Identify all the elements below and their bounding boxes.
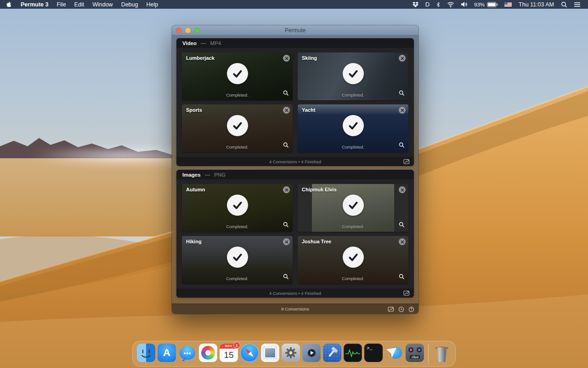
preview-magnifier-icon[interactable]: [399, 221, 405, 230]
apple-menu-icon[interactable]: [0, 1, 17, 8]
card-status: Completed.: [298, 144, 408, 150]
completed-check-icon: [227, 63, 248, 84]
card-title: Autumn: [186, 187, 205, 192]
preview-magnifier-icon[interactable]: [399, 90, 405, 98]
dock-finder-icon[interactable]: [137, 344, 155, 364]
dock-terminal-icon[interactable]: >_: [364, 344, 383, 364]
completed-check-icon: [227, 195, 248, 216]
conversion-card-sports[interactable]: Sports Completed.: [182, 104, 293, 152]
card-title: Lumberjack: [186, 55, 215, 61]
remove-item-icon[interactable]: [399, 55, 406, 62]
dock-app-store-icon[interactable]: A: [158, 344, 176, 364]
preview-magnifier-icon[interactable]: [399, 142, 405, 150]
dropbox-icon[interactable]: [409, 0, 422, 9]
preview-magnifier-icon[interactable]: [283, 142, 289, 150]
notification-center-icon[interactable]: [571, 0, 585, 9]
card-status: Completed.: [298, 224, 408, 229]
remove-item-icon[interactable]: [399, 238, 406, 245]
d-app-icon[interactable]: D: [422, 0, 433, 9]
card-title: Hiking: [186, 239, 202, 244]
group-video: Video — MP4 Lumberjack Completed. Skiing: [176, 38, 414, 166]
completed-check-icon: [343, 247, 364, 268]
group-video-footer: 4 Conversions • 4 Finished: [176, 157, 414, 166]
group-format[interactable]: MP4: [210, 40, 221, 46]
menu-app-name[interactable]: Permute 3: [17, 0, 52, 9]
menu-window[interactable]: Window: [88, 0, 117, 9]
image-format-icon[interactable]: [388, 306, 394, 314]
desktop: Permute 3 File Edit Window Debug Help D …: [0, 0, 588, 368]
permute-window: Permute Video — MP4 Lumberjack Completed…: [172, 25, 418, 314]
group-dash: —: [205, 172, 210, 178]
menu-edit[interactable]: Edit: [70, 0, 89, 9]
dock-quicktime-player-icon[interactable]: [302, 344, 321, 364]
preview-magnifier-icon[interactable]: [283, 273, 289, 282]
image-format-icon[interactable]: [403, 158, 410, 166]
dock-photos-icon[interactable]: [199, 344, 217, 364]
running-indicator: [414, 363, 416, 365]
calendar-badge: 1: [233, 342, 240, 349]
conversion-card-hiking[interactable]: Hiking Completed.: [182, 236, 293, 284]
battery-percent: 93%: [471, 0, 486, 9]
group-images-footer: 4 Conversions • 4 Finished: [176, 288, 414, 298]
conversion-card-yacht[interactable]: Yacht Completed.: [298, 104, 408, 152]
menu-debug[interactable]: Debug: [117, 0, 142, 9]
card-title: Joshua Tree: [302, 239, 331, 244]
dock-activity-monitor-icon[interactable]: [344, 344, 362, 364]
history-icon[interactable]: [398, 306, 404, 314]
remove-item-icon[interactable]: [283, 186, 290, 193]
help-icon[interactable]: [408, 306, 414, 314]
dock-calendar-icon[interactable]: NOV 15 1: [220, 344, 238, 364]
preview-magnifier-icon[interactable]: [283, 221, 289, 230]
menu-help[interactable]: Help: [142, 0, 162, 9]
dock-xcode-icon[interactable]: [323, 344, 341, 364]
image-format-icon[interactable]: [403, 290, 410, 298]
preview-magnifier-icon[interactable]: [283, 90, 289, 98]
input-flag-icon[interactable]: [501, 0, 515, 9]
completed-check-icon: [227, 115, 248, 136]
card-title: Yacht: [302, 107, 315, 113]
group-format[interactable]: PNG: [214, 172, 226, 178]
menu-clock[interactable]: Thu 11:03 AM: [515, 1, 558, 8]
dock-safari-icon[interactable]: [240, 344, 259, 364]
dock-messages-icon[interactable]: •••: [178, 344, 197, 364]
remove-item-icon[interactable]: [283, 238, 290, 245]
dock-downie-icon[interactable]: [385, 344, 403, 364]
dock-permute-icon[interactable]: [406, 344, 424, 364]
card-title: Skiing: [302, 55, 317, 61]
conversion-card-lumberjack[interactable]: Lumberjack Completed.: [182, 52, 293, 100]
conversion-card-joshua-tree[interactable]: Joshua Tree Completed.: [298, 236, 408, 284]
group-name: Images: [182, 172, 201, 178]
group-footer-summary: 4 Conversions • 4 Finished: [269, 291, 321, 296]
completed-check-icon: [343, 195, 364, 216]
wifi-icon[interactable]: [444, 0, 458, 9]
dock-mail-icon[interactable]: [261, 344, 279, 364]
conversion-card-autumn[interactable]: Autumn Completed.: [182, 184, 293, 232]
completed-check-icon: [343, 63, 364, 84]
group-video-header[interactable]: Video — MP4: [176, 38, 414, 48]
group-images: Images — PNG Autumn Completed. Chipmuk E…: [176, 170, 414, 298]
remove-item-icon[interactable]: [399, 186, 406, 193]
dock: A ••• NOV 15 1: [132, 341, 456, 367]
remove-item-icon[interactable]: [283, 107, 290, 114]
remove-item-icon[interactable]: [399, 107, 406, 114]
card-status: Completed.: [182, 224, 293, 229]
dock-trash-icon[interactable]: [433, 344, 451, 364]
running-indicator: [145, 363, 147, 365]
volume-icon[interactable]: [458, 0, 471, 9]
menu-file[interactable]: File: [52, 0, 70, 9]
conversion-card-skiing[interactable]: Skiing Completed.: [298, 52, 408, 100]
window-titlebar[interactable]: Permute: [172, 25, 418, 35]
completed-check-icon: [343, 115, 364, 136]
preview-magnifier-icon[interactable]: [399, 273, 405, 282]
battery-icon[interactable]: [486, 0, 501, 9]
group-images-header[interactable]: Images — PNG: [176, 170, 414, 179]
card-status: Completed.: [298, 276, 408, 281]
completed-check-icon: [227, 247, 248, 268]
spotlight-icon[interactable]: [558, 0, 571, 9]
conversion-card-chipmuk-elvis[interactable]: Chipmuk Elvis Completed.: [298, 184, 408, 232]
total-conversions-text: 8 Conversions: [281, 306, 309, 311]
dock-system-preferences-icon[interactable]: [282, 344, 300, 364]
bluetooth-icon[interactable]: [433, 0, 444, 9]
remove-item-icon[interactable]: [283, 55, 290, 62]
card-title: Sports: [186, 107, 202, 113]
